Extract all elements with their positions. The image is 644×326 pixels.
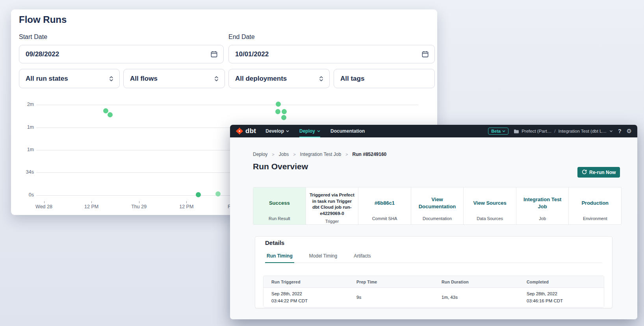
filter-label: All run states [26, 75, 109, 83]
table-cell: Sep 28th, 202203:46:16 PM CDT [519, 291, 604, 304]
card-label: Documentation [423, 214, 452, 221]
x-axis-tick-label: 12 PM [169, 204, 204, 209]
breadcrumb-separator-icon: > [345, 152, 348, 157]
flow-run-point[interactable] [108, 112, 113, 117]
chevron-down-icon [317, 130, 320, 132]
dbt-cloud-window: dbt DevelopDeployDocumentation Beta Pref… [230, 125, 637, 319]
tab-model-timing[interactable]: Model Timing [308, 253, 339, 263]
nav-item-deploy[interactable]: Deploy [299, 125, 320, 137]
table-column-header: Prep Time [349, 280, 434, 284]
start-date-input[interactable]: 09/28/2022 [19, 45, 224, 63]
x-axis-tick [44, 201, 45, 203]
table-column-header: Run Duration [434, 280, 519, 284]
summary-card-documentation[interactable]: View DocumentationDocumentation [411, 187, 464, 224]
nav-item-label: Deploy [299, 128, 315, 134]
breadcrumb-separator-icon: > [272, 152, 274, 157]
details-title: Details [265, 239, 284, 246]
filter-all-run-states[interactable]: All run states [19, 69, 120, 88]
gridline [36, 105, 418, 105]
details-tabs: Run TimingModel TimingArtifacts [265, 253, 602, 263]
chevron-up-down-icon [319, 76, 324, 82]
flow-run-point[interactable] [275, 109, 280, 114]
table-cell: 1m, 43s [434, 294, 519, 301]
filter-all-deployments[interactable]: All deployments [228, 69, 330, 88]
rerun-now-button[interactable]: Re-run Now [577, 167, 620, 178]
flow-run-point[interactable] [281, 115, 286, 120]
card-label: Job [539, 214, 546, 221]
table-cell-line: Sep 28th, 2022 [527, 291, 604, 297]
dbt-logo-text: dbt [245, 127, 256, 135]
nav-item-label: Develop [265, 128, 284, 134]
breadcrumb-item[interactable]: Deploy [253, 152, 267, 157]
card-label: Environment [583, 214, 607, 221]
project-name: Integration Test (dbt L… [558, 129, 607, 133]
summary-card-job[interactable]: Integration Test JobJob [516, 187, 569, 224]
folder-icon [514, 129, 519, 133]
end-date-input[interactable]: 10/01/2022 [228, 45, 435, 63]
rerun-icon [582, 170, 587, 175]
end-date-label: End Date [228, 33, 255, 41]
start-date-value: 09/28/2022 [26, 50, 210, 58]
gear-icon[interactable]: ⚙ [627, 128, 632, 135]
run-overview-title: Run Overview [253, 162, 308, 171]
y-axis-tick-label: 34s [11, 169, 34, 175]
flow-run-point[interactable] [215, 191, 221, 196]
run-summary-cards: SuccessRun ResultTriggered via Prefect i… [253, 187, 622, 225]
card-value: Production [581, 192, 609, 214]
card-value: Triggered via Prefect in task run Trigge… [310, 192, 355, 217]
calendar-icon [210, 50, 218, 58]
rerun-label: Re-run Now [589, 170, 616, 175]
breadcrumb-item: Run #85249160 [353, 152, 387, 157]
x-axis-tick [139, 201, 139, 203]
y-axis-tick-label: 1m [11, 124, 34, 130]
x-axis-tick [91, 201, 92, 203]
flow-run-point[interactable] [282, 109, 287, 114]
nav-item-documentation[interactable]: Documentation [330, 125, 365, 137]
breadcrumb: Deploy>Jobs>Integration Test Job>Run #85… [253, 152, 386, 157]
table-cell: Sep 28th, 202203:44:22 PM CDT [264, 291, 349, 304]
flow-run-point[interactable] [103, 108, 108, 113]
summary-card-trigger: Triggered via Prefect in task run Trigge… [306, 187, 358, 224]
chevron-down-icon [609, 130, 613, 132]
table-header-row: Run TriggeredPrep TimeRun DurationComple… [264, 276, 604, 288]
card-value: View Documentation [415, 192, 460, 214]
y-axis-tick-label: 0s [11, 192, 34, 198]
summary-card-environment[interactable]: ProductionEnvironment [568, 187, 621, 224]
nav-item-develop[interactable]: Develop [265, 125, 289, 137]
nav-item-label: Documentation [330, 128, 365, 134]
account-name: Prefect (Part… [522, 129, 551, 133]
table-cell-line: 1m, 43s [442, 294, 519, 301]
summary-card-commit-sha[interactable]: #6b86c1Commit SHA [358, 187, 411, 224]
desktop: Flow Runs Start Date 09/28/2022 End Date… [0, 0, 644, 326]
account-project-selector[interactable]: Prefect (Part… / Integration Test (dbt L… [514, 129, 613, 133]
chevron-down-icon [286, 130, 289, 132]
tab-run-timing[interactable]: Run Timing [265, 253, 294, 263]
flow-run-point[interactable] [196, 192, 201, 197]
filter-all-flows[interactable]: All flows [123, 69, 225, 88]
dbt-logo[interactable]: dbt [236, 127, 256, 135]
x-axis-tick-label: 12 PM [74, 204, 109, 209]
filter-label: All deployments [235, 75, 319, 83]
chevron-up-down-icon [109, 76, 114, 82]
breadcrumb-item[interactable]: Jobs [279, 152, 289, 157]
x-axis-tick [186, 201, 187, 203]
flow-run-point[interactable] [276, 102, 281, 107]
breadcrumb-item[interactable]: Integration Test Job [300, 152, 341, 157]
calendar-icon [421, 50, 429, 58]
tab-artifacts[interactable]: Artifacts [352, 253, 372, 263]
card-label: Trigger [325, 217, 339, 224]
help-icon[interactable]: ? [618, 128, 622, 134]
filter-all-tags[interactable]: All tags [334, 69, 435, 88]
summary-card-data-sources[interactable]: View SourcesData Sources [463, 187, 516, 224]
beta-dropdown[interactable]: Beta [488, 128, 509, 135]
table-cell-line: 03:46:16 PM CDT [527, 298, 604, 304]
table-cell-line: 03:44:22 PM CDT [271, 298, 349, 304]
chevron-down-icon [502, 130, 505, 132]
table-row: Sep 28th, 202203:44:22 PM CDT9s1m, 43sSe… [264, 288, 604, 307]
card-value: Success [269, 192, 290, 214]
table-cell-line: 9s [356, 294, 434, 301]
card-value: Integration Test Job [520, 192, 565, 214]
table-cell: 9s [349, 294, 434, 301]
card-value: #6b86c1 [375, 192, 395, 214]
flow-runs-title: Flow Runs [19, 14, 67, 25]
